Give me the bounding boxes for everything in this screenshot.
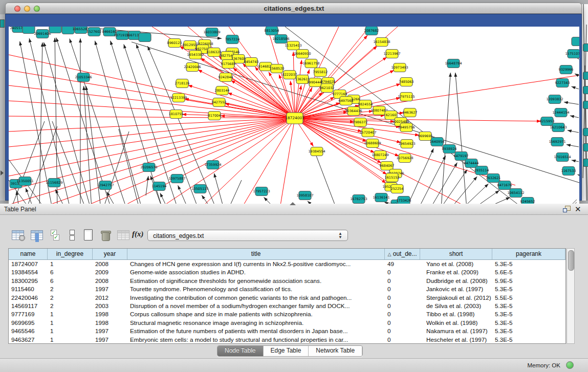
graph-node[interactable]: 12444154 (552, 108, 569, 117)
graph-node[interactable]: 12213399 (170, 94, 187, 102)
table-settings-button[interactable] (10, 228, 26, 243)
graph-node[interactable]: 17975115 (398, 93, 415, 101)
graph-node[interactable]: 17359924 (204, 161, 221, 169)
graph-node[interactable]: 8813054 (265, 27, 279, 35)
graph-node[interactable]: 16210643 (550, 123, 567, 132)
table-row[interactable]: 977716911998Corpus callosum shape and si… (9, 310, 565, 318)
tab-edge-table[interactable]: Edge Table (264, 346, 309, 356)
network-canvas[interactable]: 2405572420691406106552871527602846616010… (9, 27, 579, 208)
graph-node[interactable]: 21053346 (75, 73, 92, 82)
graph-node[interactable]: 8454743 (244, 58, 259, 67)
graph-node[interactable]: 9329966 (559, 65, 574, 74)
graph-node[interactable]: 19384554 (308, 147, 325, 156)
table-row[interactable]: 946362711997Embryonic stem cells: a mode… (9, 336, 565, 344)
graph-node[interactable]: 1810755 (169, 110, 184, 119)
graph-node[interactable]: 2935114 (474, 166, 489, 175)
graph-node[interactable]: 1615152 (385, 173, 400, 182)
graph-node[interactable]: 10688609 (364, 139, 381, 148)
graph-node[interactable]: 10654112 (507, 189, 524, 198)
table-scrollbar[interactable] (567, 248, 575, 344)
column-header-short[interactable]: short (420, 249, 492, 259)
table-row[interactable]: 911546021997Tourette syndrome. Phenomeno… (9, 285, 565, 293)
graph-node[interactable]: 7857224 (225, 35, 240, 44)
graph-node[interactable]: 1640954 (430, 138, 445, 146)
graph-node[interactable]: 16648784 (445, 59, 462, 68)
graph-node[interactable]: 1527602 (87, 28, 102, 36)
column-header-indegree[interactable]: in_degree (48, 249, 93, 259)
graph-node[interactable]: 9463627 (403, 108, 418, 117)
graph-node[interactable]: 8938924 (442, 145, 457, 154)
graph-node[interactable]: 252254 (391, 185, 404, 193)
graph-node[interactable] (23, 27, 35, 34)
column-header-title[interactable]: title (127, 249, 385, 259)
table-row[interactable]: 1830029562008Estimation of significance … (9, 277, 565, 285)
graph-node[interactable]: 8186328 (207, 48, 222, 57)
table-chooser-dropdown[interactable]: citations_edges.txt ▲▼ (147, 230, 348, 241)
graph-node[interactable]: 8427552 (212, 98, 227, 107)
table-row[interactable]: 1872400712008Changes of HCN gene express… (9, 260, 565, 268)
graph-node[interactable]: 16543382 (187, 51, 204, 59)
graph-node[interactable]: 9824554 (358, 100, 373, 109)
graph-node[interactable]: 10975887 (168, 174, 185, 183)
graph-node[interactable]: 16033809 (203, 28, 220, 37)
graph-node[interactable] (583, 143, 588, 151)
graph-node[interactable]: 8960123 (167, 39, 182, 48)
graph-node[interactable]: 9621032 (320, 84, 335, 93)
graph-node[interactable]: 8471676 (497, 181, 512, 190)
graph-node[interactable]: 2718126 (175, 79, 190, 88)
close-panel-icon[interactable]: ✕ (575, 205, 581, 214)
splitter-handle-icon[interactable] (290, 202, 296, 205)
graph-node[interactable]: 7986372 (353, 118, 368, 127)
graph-node[interactable] (572, 37, 579, 46)
column-header-pagerank[interactable]: pagerank (492, 249, 565, 259)
graph-node[interactable]: 20364436 (345, 107, 362, 116)
graph-node[interactable]: 10958107 (296, 191, 313, 200)
graph-node[interactable]: 16154838 (373, 38, 390, 47)
table-row[interactable]: 946554611997Estimation of the future num… (9, 327, 565, 335)
graph-node[interactable]: 17016514 (554, 153, 571, 162)
collapse-arrow-icon[interactable] (1, 170, 4, 176)
graph-node[interactable]: 18724007 (285, 113, 304, 124)
graph-node[interactable]: 20691406 (34, 30, 51, 38)
graph-node[interactable]: 20206576 (140, 163, 157, 172)
graph-node[interactable] (583, 43, 588, 52)
table-panel-header[interactable]: Table Panel ✕ (0, 204, 588, 215)
graph-node[interactable]: 12942757 (97, 181, 114, 190)
new-table-button[interactable] (81, 228, 96, 243)
graph-node[interactable]: 11325413 (285, 41, 301, 50)
function-builder-button[interactable]: f(x) (132, 229, 147, 245)
graph-node[interactable]: 16961758 (302, 59, 319, 68)
graph-node[interactable] (583, 72, 588, 80)
graph-node[interactable]: 19218586 (272, 35, 289, 43)
graph-node[interactable]: 19495756 (398, 123, 415, 132)
graph-node[interactable]: 18807249 (372, 151, 388, 160)
window-titlebar[interactable]: citations_edges.txt (5, 3, 582, 14)
graph-node[interactable] (583, 159, 588, 167)
column-visibility-button[interactable] (29, 228, 45, 243)
graph-node[interactable]: 19654923 (398, 140, 415, 148)
graph-node[interactable] (583, 86, 588, 94)
graph-node[interactable] (583, 128, 588, 136)
table-row[interactable]: 1938455462009Genome-wide association stu… (9, 268, 565, 276)
graph-node[interactable]: 16782753 (350, 195, 367, 204)
graph-node[interactable]: 12213967 (383, 50, 400, 58)
graph-node[interactable]: 9242844 (219, 73, 233, 82)
graph-node[interactable]: 1167533 (561, 167, 576, 176)
graph-node[interactable]: 1145194 (152, 182, 167, 191)
graph-node[interactable]: 10973493 (391, 63, 408, 72)
graph-node[interactable] (583, 101, 588, 109)
delete-table-button[interactable] (98, 228, 114, 243)
graph-node[interactable]: 12093832 (546, 95, 563, 104)
graph-node[interactable]: 11156829 (46, 179, 62, 187)
graph-node[interactable]: 2803144 (215, 86, 230, 95)
column-header-name[interactable]: name (9, 249, 48, 259)
graph-node[interactable]: 13505115 (191, 185, 208, 193)
select-rows-button[interactable]: ✓ ✓ (49, 228, 61, 243)
graph-node[interactable]: 15720407 (359, 128, 376, 137)
table-row[interactable]: 969969511998Structural magnetic resonanc… (9, 319, 565, 327)
graph-node[interactable]: 9175685 (221, 60, 236, 69)
table-row[interactable]: 2242004622012Investigating the contribut… (9, 294, 565, 302)
graph-node[interactable]: 9699695 (418, 132, 433, 141)
graph-node[interactable]: 9227343 (555, 79, 570, 87)
graph-node[interactable]: 22420046 (184, 63, 201, 72)
